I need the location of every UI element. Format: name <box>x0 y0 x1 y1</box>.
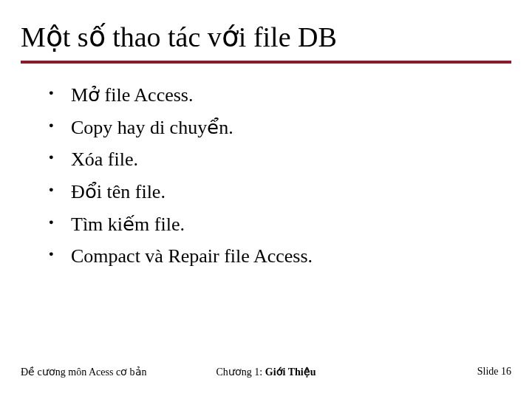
slide: Một số thao tác với file DB Mở file Acce… <box>0 0 532 399</box>
list-item: Compact và Repair file Access. <box>71 242 511 270</box>
list-item: Đổi tên file. <box>71 178 511 206</box>
footer-center-prefix: Chương 1: <box>216 366 265 378</box>
footer: Đề cương môn Acess cơ bản Chương 1: Giới… <box>21 366 511 378</box>
title-underline <box>21 61 511 64</box>
footer-left: Đề cương môn Acess cơ bản <box>21 366 184 378</box>
slide-title: Một số thao tác với file DB <box>21 21 511 53</box>
list-item: Copy hay di chuyển. <box>71 114 511 142</box>
list-item: Mở file Access. <box>71 81 511 109</box>
list-item: Xóa file. <box>71 146 511 174</box>
footer-center: Chương 1: Giới Thiệu <box>184 366 347 378</box>
bullet-list: Mở file Access. Copy hay di chuyển. Xóa … <box>21 81 511 270</box>
list-item: Tìm kiếm file. <box>71 211 511 239</box>
footer-right: Slide 16 <box>348 366 511 378</box>
footer-center-bold: Giới Thiệu <box>265 366 316 378</box>
